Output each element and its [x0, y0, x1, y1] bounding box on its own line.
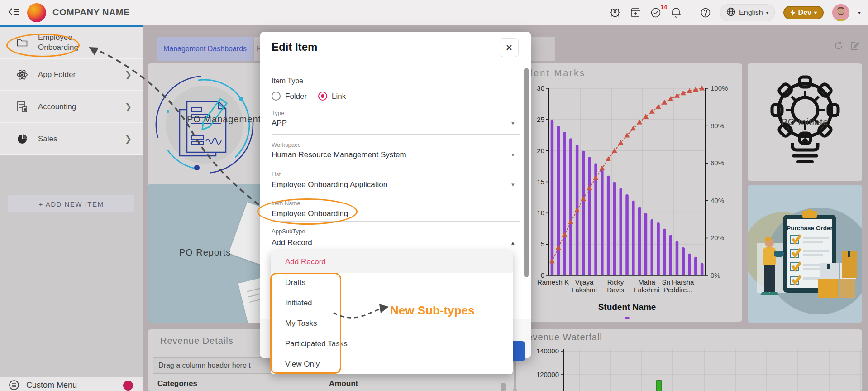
- grid-scrollbar[interactable]: [501, 383, 506, 391]
- tile-purchase-order[interactable]: Purchase Order: [748, 185, 862, 323]
- svg-text:Davis: Davis: [607, 286, 624, 294]
- svg-text:Revenue Waterfall: Revenue Waterfall: [520, 332, 602, 342]
- tab-management-dashboards[interactable]: Management Dashboards: [157, 37, 253, 61]
- svg-text:60%: 60%: [711, 159, 724, 167]
- account-menu-caret[interactable]: ▾: [858, 10, 861, 16]
- environment-switcher[interactable]: Dev ▾: [783, 6, 824, 19]
- revenue-waterfall-card: Revenue Waterfall140000120000: [516, 329, 862, 391]
- svg-text:20: 20: [537, 147, 544, 154]
- dropdown-option[interactable]: My Tasks: [271, 314, 513, 334]
- close-icon[interactable]: ✕: [500, 38, 519, 57]
- add-new-item-button[interactable]: + ADD NEW ITEM: [8, 195, 134, 212]
- sidebar-item-label: Sales: [38, 134, 110, 144]
- globe-icon: [726, 7, 736, 19]
- chevron-down-icon: ▾: [814, 10, 817, 16]
- card-title: Revenue Details: [160, 336, 234, 346]
- help-icon[interactable]: [700, 7, 711, 19]
- sidebar-item-app-folder[interactable]: App Folder ❯: [0, 59, 143, 91]
- lightning-icon: [790, 9, 796, 16]
- svg-text:20%: 20%: [711, 234, 724, 241]
- svg-text:Lakshmi: Lakshmi: [572, 286, 597, 294]
- list-label: List: [272, 171, 281, 178]
- refresh-icon[interactable]: [834, 41, 844, 53]
- language-label: English: [739, 9, 763, 17]
- chevron-down-icon: ▾: [766, 10, 769, 16]
- admin-settings-icon[interactable]: [609, 7, 621, 19]
- sidebar-item-label: App Folder: [38, 70, 110, 79]
- appsubtype-dropdown: Add RecordDraftsInitiatedMy TasksPartici…: [271, 251, 513, 374]
- type-label: Type: [272, 110, 284, 116]
- grid-column-amount[interactable]: Amount: [329, 379, 358, 388]
- svg-text:100%: 100%: [711, 84, 728, 92]
- list-select-value[interactable]: Employee Onboarding Application: [272, 180, 387, 189]
- waterfall-chart: Revenue Waterfall140000120000: [516, 329, 862, 391]
- item-name-input[interactable]: Employee Onboarding: [272, 209, 348, 218]
- custom-menu-row[interactable]: Custom Menu: [0, 377, 143, 391]
- chevron-right-icon: ❯: [125, 134, 132, 144]
- notifications-bell-icon[interactable]: [670, 7, 682, 19]
- sidebar-collapse-icon[interactable]: [8, 6, 20, 19]
- purchase-order-illustration: Purchase Order: [748, 185, 862, 323]
- dropdown-option[interactable]: Drafts: [271, 273, 513, 293]
- folder-radio-label[interactable]: Folder: [285, 92, 307, 101]
- user-avatar[interactable]: [832, 4, 849, 21]
- tile-po-initiate[interactable]: PO Initiate: [748, 63, 862, 181]
- folder-radio[interactable]: [272, 92, 281, 101]
- svg-text:Vijaya: Vijaya: [575, 278, 594, 286]
- pareto-chart: Student Marks0510152025300%20%40%60%80%1…: [506, 63, 742, 322]
- link-radio-label[interactable]: Link: [332, 92, 346, 101]
- custom-menu-label: Custom Menu: [26, 381, 77, 390]
- type-select-value[interactable]: APP: [272, 119, 287, 128]
- chevron-down-icon[interactable]: ▾: [511, 151, 515, 158]
- svg-text:25: 25: [537, 116, 544, 123]
- svg-text:0%: 0%: [711, 271, 720, 279]
- chevron-right-icon: ❯: [125, 102, 132, 112]
- svg-text:140000: 140000: [536, 347, 559, 355]
- item-name-label: Item Name: [272, 200, 300, 207]
- svg-text:120000: 120000: [536, 371, 559, 378]
- grid-column-categories[interactable]: Categories: [157, 379, 197, 388]
- atom-icon: [15, 69, 29, 81]
- environment-label: Dev: [798, 9, 811, 17]
- chevron-up-icon[interactable]: ▴: [511, 239, 515, 246]
- company-logo: [27, 3, 46, 22]
- approvals-icon[interactable]: 14: [650, 7, 662, 19]
- svg-text:Sri Harsha: Sri Harsha: [662, 278, 695, 286]
- dropdown-option[interactable]: Add Record: [271, 251, 513, 273]
- link-radio[interactable]: [318, 92, 327, 101]
- folder-icon: [15, 38, 29, 47]
- sidebar-item-accounting[interactable]: Accounting ❯: [0, 91, 143, 123]
- custom-menu-status-dot: [123, 381, 133, 391]
- dropdown-option[interactable]: Participated Tasks: [271, 333, 513, 354]
- chevron-down-icon[interactable]: ▾: [511, 120, 515, 126]
- svg-text:Maha: Maha: [638, 278, 655, 286]
- svg-text:10: 10: [537, 209, 544, 217]
- dropdown-option[interactable]: View Only: [271, 354, 513, 374]
- screen: COMPANY NAME 14: [0, 0, 868, 391]
- student-marks-chart-card: Student Marks0510152025300%20%40%60%80%1…: [506, 63, 742, 322]
- svg-text:Peddire...: Peddire...: [663, 286, 692, 294]
- tax-invoice-icon: [15, 101, 29, 113]
- modal-scrollbar[interactable]: [524, 68, 529, 277]
- tile-label: PO Reports: [173, 247, 237, 258]
- marketplace-icon[interactable]: [630, 7, 641, 19]
- sidebar-item-label: Accounting: [38, 102, 110, 111]
- dropdown-option[interactable]: Initiated: [271, 293, 513, 314]
- workspace-select-value[interactable]: Human Resource Management System: [272, 150, 406, 159]
- sidebar: Employee Onboarding App Folder ❯: [0, 27, 143, 391]
- tab-label: Management Dashboards: [163, 45, 247, 53]
- edit-icon[interactable]: [850, 41, 860, 53]
- chevron-down-icon[interactable]: ▾: [511, 181, 515, 188]
- svg-text:Ricky: Ricky: [607, 278, 624, 286]
- svg-text:30: 30: [537, 84, 544, 92]
- language-selector[interactable]: English ▾: [720, 4, 775, 21]
- sidebar-item-employee-onboarding[interactable]: Employee Onboarding: [0, 27, 143, 59]
- svg-text:Student Name: Student Name: [598, 302, 656, 312]
- svg-text:5: 5: [541, 240, 544, 248]
- svg-text:40%: 40%: [711, 197, 724, 204]
- approvals-count-badge: 14: [661, 4, 667, 10]
- workspace-label: Workspace: [272, 141, 301, 148]
- appsubtype-select-value[interactable]: Add Record: [272, 238, 312, 247]
- sidebar-item-sales[interactable]: Sales ❯: [0, 123, 143, 155]
- sidebar-top-accent: [0, 25, 143, 27]
